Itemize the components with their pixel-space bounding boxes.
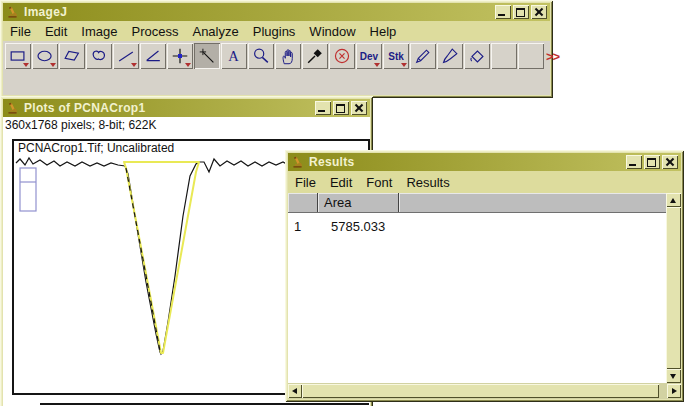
- angle-tool-icon: [143, 46, 163, 66]
- polygon-tool[interactable]: [59, 43, 85, 69]
- results-titlebar[interactable]: Results: [288, 153, 681, 171]
- window-controls: [313, 101, 367, 115]
- close-button[interactable]: [662, 155, 678, 169]
- window-title: Results: [309, 155, 354, 169]
- menu-analyze[interactable]: Analyze: [185, 24, 245, 39]
- maximize-button[interactable]: [513, 5, 529, 19]
- line-tool[interactable]: [113, 43, 139, 69]
- vertical-scrollbar-thumb[interactable]: [666, 207, 681, 369]
- dropdown-arrow-icon: [185, 63, 191, 67]
- image-info-text: 360x1768 pixels; 8-bit; 622K: [3, 117, 370, 135]
- empty-slot: [518, 43, 544, 69]
- scroll-left-icon[interactable]: [288, 384, 302, 398]
- plots-titlebar[interactable]: Plots of PCNACrop1: [3, 99, 370, 117]
- table-row[interactable]: 15785.033: [288, 213, 666, 234]
- freehand-tool-icon: [89, 46, 109, 66]
- menu-plugins[interactable]: Plugins: [246, 24, 303, 39]
- minimize-button[interactable]: [626, 155, 642, 169]
- stk-tool[interactable]: Stk: [383, 43, 409, 69]
- wand-tool[interactable]: [194, 43, 220, 69]
- imagej-titlebar[interactable]: ImageJ: [3, 3, 550, 21]
- more-tools-button[interactable]: >>: [546, 43, 559, 69]
- imagej-window: ImageJ FileEditImageProcessAnalyzePlugin…: [0, 0, 553, 98]
- bucket-tool-icon: [467, 46, 487, 66]
- close-button[interactable]: [351, 101, 367, 115]
- wand-tool-icon: [197, 46, 217, 66]
- window-controls: [493, 5, 547, 19]
- column-header-blank: [399, 193, 666, 212]
- menu-file[interactable]: File: [288, 175, 323, 190]
- dev-tool[interactable]: Dev: [356, 43, 382, 69]
- row-number-cell: 1: [288, 219, 324, 234]
- dropdown-arrow-icon: [23, 63, 29, 67]
- hand-tool[interactable]: [275, 43, 301, 69]
- macro-x-tool-icon: [332, 46, 352, 66]
- dev-tool-icon: Dev: [360, 51, 378, 62]
- minimize-button[interactable]: [495, 5, 511, 19]
- results-table-header: Area: [288, 193, 666, 213]
- angle-tool[interactable]: [140, 43, 166, 69]
- column-header-blank: [288, 193, 318, 212]
- menu-file[interactable]: File: [3, 24, 38, 39]
- polygon-tool-icon: [62, 46, 82, 66]
- hand-tool-icon: [278, 46, 298, 66]
- results-menubar: FileEditFontResults: [288, 171, 681, 193]
- vertical-scrollbar[interactable]: [666, 193, 681, 383]
- menu-help[interactable]: Help: [363, 24, 404, 39]
- close-button[interactable]: [531, 5, 547, 19]
- column-header-area: Area: [318, 193, 399, 212]
- menu-edit[interactable]: Edit: [323, 175, 359, 190]
- imagej-menubar: FileEditImageProcessAnalyzePluginsWindow…: [3, 21, 550, 41]
- menu-edit[interactable]: Edit: [38, 24, 74, 39]
- dropdown-arrow-icon: [401, 63, 407, 67]
- desktop: ImageJ FileEditImageProcessAnalyzePlugin…: [0, 0, 686, 406]
- imagej-toolbar: DevStk>>: [3, 41, 550, 71]
- text-tool-icon: [224, 46, 244, 66]
- results-window: Results FileEditFontResults Area 15785.0…: [285, 150, 684, 402]
- dropdown-arrow-icon: [50, 63, 56, 67]
- rectangle-tool[interactable]: [5, 43, 31, 69]
- freehand-tool[interactable]: [86, 43, 112, 69]
- window-title: Plots of PCNACrop1: [24, 101, 145, 115]
- maximize-button[interactable]: [333, 101, 349, 115]
- results-table-body: 15785.033: [288, 213, 666, 383]
- scroll-up-icon[interactable]: [666, 193, 681, 207]
- window-controls: [624, 155, 678, 169]
- window-title: ImageJ: [24, 5, 67, 19]
- macro-x-tool[interactable]: [329, 43, 355, 69]
- microscope-icon: [6, 6, 19, 19]
- text-tool[interactable]: [221, 43, 247, 69]
- stk-tool-icon: Stk: [388, 51, 404, 62]
- bucket-tool[interactable]: [464, 43, 490, 69]
- imagej-statusbar: [3, 71, 550, 95]
- dropdown-arrow-icon: [131, 63, 137, 67]
- oval-tool[interactable]: [32, 43, 58, 69]
- menu-font[interactable]: Font: [359, 175, 399, 190]
- menu-window[interactable]: Window: [302, 24, 362, 39]
- menu-image[interactable]: Image: [74, 24, 124, 39]
- scroll-down-icon[interactable]: [666, 369, 681, 383]
- brush-tool-icon: [440, 46, 460, 66]
- area-value-cell: 5785.033: [324, 219, 412, 234]
- brush-tool[interactable]: [437, 43, 463, 69]
- plot-title-label: PCNACrop1.Tif; Uncalibrated: [18, 141, 174, 155]
- horizontal-scrollbar-thumb[interactable]: [302, 384, 659, 398]
- horizontal-scrollbar[interactable]: [288, 383, 681, 399]
- minimize-button[interactable]: [315, 101, 331, 115]
- dropper-tool-icon: [305, 46, 325, 66]
- dropper-tool[interactable]: [302, 43, 328, 69]
- empty-slot: [491, 43, 517, 69]
- microscope-icon: [6, 102, 19, 115]
- scroll-right-icon[interactable]: [667, 384, 681, 398]
- menu-process[interactable]: Process: [125, 24, 186, 39]
- maximize-button[interactable]: [644, 155, 660, 169]
- pencil-tool[interactable]: [410, 43, 436, 69]
- zoom-tool[interactable]: [248, 43, 274, 69]
- microscope-icon: [291, 156, 304, 169]
- dropdown-arrow-icon: [374, 63, 380, 67]
- zoom-tool-icon: [251, 46, 271, 66]
- point-tool[interactable]: [167, 43, 193, 69]
- pencil-tool-icon: [413, 46, 433, 66]
- menu-results[interactable]: Results: [399, 175, 456, 190]
